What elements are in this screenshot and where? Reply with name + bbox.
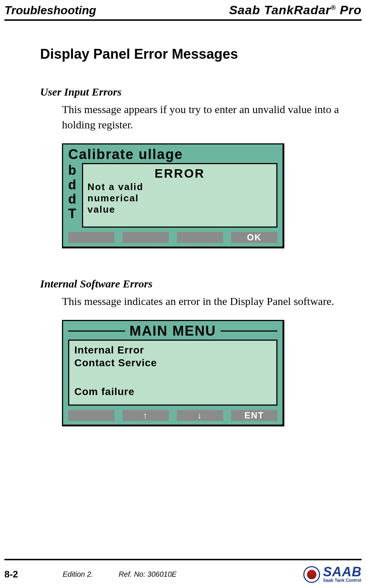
lcd2-popup-footer: Com failure [74,385,271,398]
footer-edition: Edition 2. [63,570,93,579]
lcd1-title: Calibrate ullage [68,147,183,162]
lcd1-button-2[interactable] [177,232,223,243]
lcd1-sidecol-1: d [68,178,77,192]
lcd2-button-0[interactable] [68,410,114,421]
header-product-sup: ® [331,4,336,11]
header-product-suffix: Pro [336,3,362,17]
footer-rule [4,559,362,560]
lcd1-sidecol: b d d T [68,163,77,228]
lcd1-popup-line-0: Not a valid [87,181,272,193]
footer-logo: SAAB Saab Tank Control [303,566,362,583]
logo-text-sub: Saab Tank Control [323,578,361,583]
lcd1-button-1[interactable] [122,232,169,243]
lcd1-sidecol-2: d [68,192,77,206]
lcd2-line-right [221,330,277,332]
section1-paragraph: This message appears if you try to enter… [62,102,351,132]
lcd1-button-0[interactable] [68,232,114,243]
lcd-panel-1: Calibrate ullage b d d T ERROR Not a val… [62,143,284,248]
lcd2-popup: Internal Error Contact Service Com failu… [68,340,277,406]
lcd1-sidecol-3: T [68,206,77,221]
page-title: Display Panel Error Messages [40,46,351,62]
lcd2-button-down[interactable]: ↓ [177,410,223,421]
lcd1-popup: ERROR Not a valid numerical value [82,163,277,228]
lcd1-sidecol-0: b [68,163,77,178]
section2-heading: Internal Software Errors [40,278,351,290]
lcd1-popup-line-1: numerical [87,193,272,204]
section2-paragraph: This message indicates an error in the D… [62,294,351,309]
lcd1-popup-title: ERROR [87,166,272,181]
lcd2-title: MAIN MENU [129,323,216,339]
section1-heading: User Input Errors [40,86,351,98]
lcd1-button-bar: OK [63,231,283,247]
lcd-panel-2: MAIN MENU Internal Error Contact Service… [62,320,284,426]
lcd2-button-ent[interactable]: ENT [231,410,277,421]
lcd2-button-bar: ↑ ↓ ENT [63,409,283,425]
lcd1-button-ok[interactable]: OK [231,232,277,243]
header-product: Saab TankRadar® Pro [229,3,362,17]
footer-ref: Ref. No: 306010E [118,570,176,579]
logo-text-main: SAAB [323,566,362,578]
page-number: 8-2 [4,569,26,580]
lcd2-popup-line-1: Contact Service [74,356,271,369]
saab-round-icon [303,566,320,583]
lcd2-popup-line-0: Internal Error [74,344,271,356]
lcd2-button-up[interactable]: ↑ [122,410,169,421]
lcd2-line-left [68,330,125,332]
header-section: Troubleshooting [4,4,96,17]
lcd1-popup-line-2: value [87,204,272,215]
header-product-prefix: Saab TankRadar [229,3,331,17]
